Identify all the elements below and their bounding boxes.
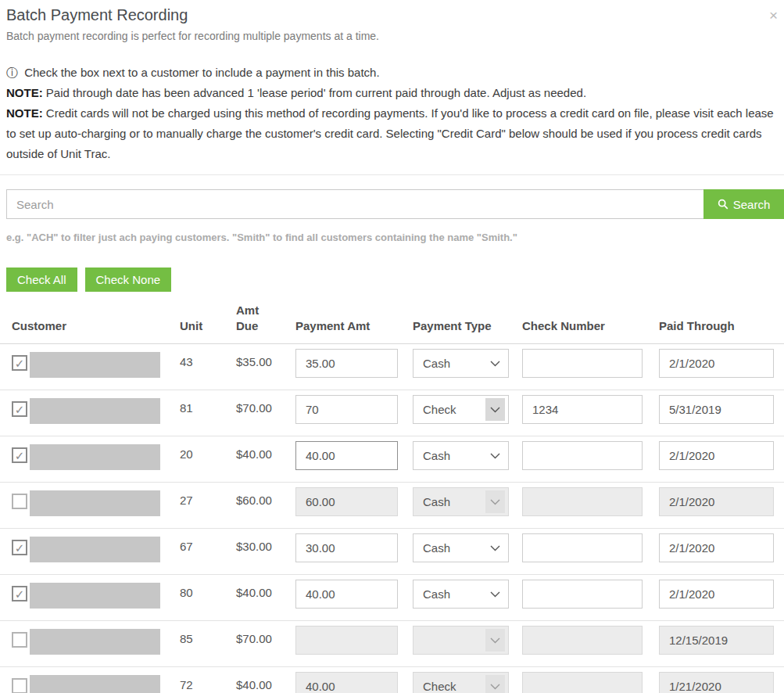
payment-type-select[interactable]: Cash <box>413 580 509 609</box>
payment-type-select[interactable]: Cash <box>413 349 509 378</box>
payment-amt-input[interactable] <box>295 580 398 609</box>
check-none-button[interactable]: Check None <box>85 268 172 292</box>
payment-type-select: Cash <box>413 487 509 516</box>
row-checkbox[interactable]: ✓ <box>12 355 27 371</box>
info-line: ⓘ Check the box next to a customer to in… <box>0 63 784 83</box>
payment-amt-input[interactable] <box>295 349 398 378</box>
row-checkbox[interactable]: ✓ <box>12 632 27 648</box>
table-row: ✓27$60.00Cash <box>0 483 784 529</box>
check-number-cell <box>522 483 659 528</box>
payment-type-cell: Cash <box>413 436 522 482</box>
check-number-input[interactable] <box>522 395 643 424</box>
payment-amt-input[interactable] <box>295 533 398 562</box>
info-icon: ⓘ <box>6 66 18 79</box>
checkbox-cell: ✓ <box>12 483 30 528</box>
payment-amt-cell <box>295 575 413 620</box>
paid-through-input <box>659 672 774 693</box>
payment-type-select[interactable]: Cash <box>413 441 509 470</box>
check-number-input <box>522 487 643 516</box>
column-header-payamt: Payment Amt <box>295 318 413 345</box>
column-header-amtdue: Amt Due <box>236 303 295 345</box>
customer-name-redacted <box>30 583 160 609</box>
paid-through-input[interactable] <box>659 349 774 378</box>
table-body: ✓43$35.00Cash✓81$70.00Check✓20$40.00Cash… <box>0 344 784 693</box>
column-header-label: Amt Due <box>236 303 271 334</box>
paid-through-input <box>659 626 774 655</box>
payment-amt-cell <box>295 529 413 574</box>
payment-amt-input[interactable] <box>295 395 398 424</box>
customer-cell <box>30 575 180 620</box>
payment-amt-cell <box>295 483 413 528</box>
search-button[interactable]: Search <box>703 189 784 219</box>
payment-type-cell: Cash <box>413 529 522 574</box>
check-number-input[interactable] <box>522 580 643 609</box>
customer-name-redacted <box>30 629 160 655</box>
amt-due-cell: $40.00 <box>236 667 295 693</box>
row-checkbox[interactable]: ✓ <box>12 540 27 555</box>
check-number-input[interactable] <box>522 533 643 562</box>
payment-type-cell: Check <box>413 390 522 436</box>
checkbox-cell: ✓ <box>12 344 30 390</box>
paid-through-input[interactable] <box>659 441 774 470</box>
search-input[interactable] <box>6 189 703 219</box>
row-checkbox[interactable]: ✓ <box>12 447 27 463</box>
chevron-down-icon <box>485 629 505 652</box>
payment-type-cell: Cash <box>413 483 522 528</box>
check-number-cell <box>522 575 659 620</box>
payment-type-value: Cash <box>423 350 450 377</box>
check-actions: Check All Check None <box>6 268 784 292</box>
payment-amt-input <box>295 487 398 516</box>
paid-through-cell <box>659 621 784 666</box>
payments-table: CustomerUnitAmt DuePayment AmtPayment Ty… <box>0 303 784 693</box>
amt-due-cell: $40.00 <box>236 575 295 620</box>
paid-through-input[interactable] <box>659 533 774 562</box>
payment-type-cell: Cash <box>413 344 522 390</box>
customer-cell <box>30 529 180 574</box>
payment-amt-input <box>295 626 398 655</box>
paid-through-input[interactable] <box>659 580 774 609</box>
note-paid-through: NOTE: Paid through date has been advance… <box>0 83 784 103</box>
note-credit-cards: NOTE: Credit cards will not be charged u… <box>0 103 784 164</box>
check-number-cell <box>522 390 659 436</box>
row-checkbox[interactable]: ✓ <box>12 494 27 509</box>
check-number-cell <box>522 667 659 693</box>
column-header-paytype: Payment Type <box>413 318 522 345</box>
column-header-label: Payment Type <box>413 319 492 332</box>
payment-type-select[interactable]: Cash <box>413 533 509 562</box>
customer-name-redacted <box>30 398 160 424</box>
amt-due-cell: $30.00 <box>236 529 295 574</box>
check-number-cell <box>522 621 659 666</box>
payment-amt-cell <box>295 436 413 482</box>
row-checkbox[interactable]: ✓ <box>12 586 27 601</box>
paid-through-cell <box>659 436 784 482</box>
paid-through-cell <box>659 390 784 436</box>
close-icon[interactable]: × <box>769 8 778 23</box>
modal-subtitle: Batch payment recording is perfect for r… <box>0 30 784 42</box>
row-checkbox[interactable]: ✓ <box>12 678 27 693</box>
payment-amt-input[interactable] <box>295 441 398 470</box>
row-checkbox[interactable]: ✓ <box>12 401 27 417</box>
column-header-label: Check Number <box>522 319 605 332</box>
column-header-label: Customer <box>12 319 66 332</box>
payment-type-select[interactable]: Check <box>413 395 509 424</box>
payment-amt-input <box>295 672 398 693</box>
chevron-down-icon <box>485 398 505 421</box>
checkbox-cell: ✓ <box>12 575 30 620</box>
customer-cell <box>30 483 180 528</box>
payment-type-cell: Cash <box>413 575 522 620</box>
checkmark-icon: ✓ <box>15 542 25 554</box>
column-header-label: Unit <box>180 319 202 332</box>
check-number-input[interactable] <box>522 441 643 470</box>
payment-type-select: Check <box>413 672 509 693</box>
payment-type-value: Check <box>423 396 456 423</box>
unit-cell: 81 <box>180 390 236 436</box>
paid-through-input[interactable] <box>659 395 774 424</box>
table-row: ✓80$40.00Cash <box>0 575 784 621</box>
amt-due-cell: $35.00 <box>236 344 295 390</box>
check-number-input[interactable] <box>522 349 643 378</box>
divider <box>0 174 784 175</box>
chevron-down-icon <box>485 444 505 467</box>
unit-cell: 27 <box>180 483 236 528</box>
table-row: ✓81$70.00Check <box>0 390 784 436</box>
check-all-button[interactable]: Check All <box>6 268 77 292</box>
